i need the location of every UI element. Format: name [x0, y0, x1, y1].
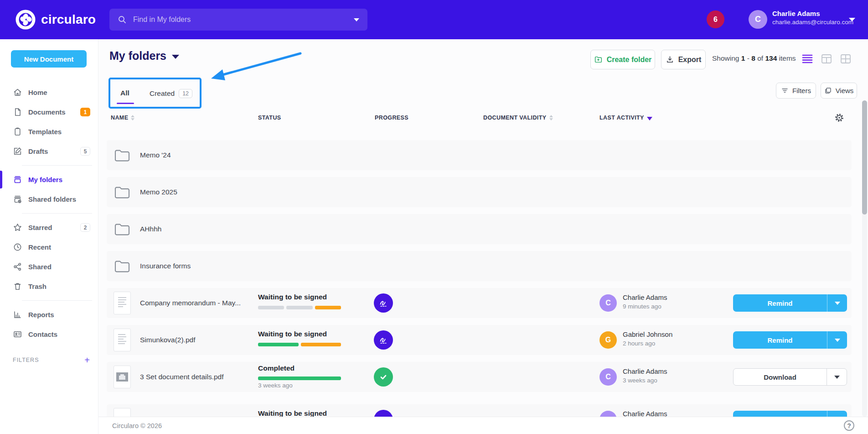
row-activity-time: 9 minutes ago — [623, 303, 667, 310]
tab-created[interactable]: Created 12 — [150, 89, 192, 98]
sidebar-item-contacts[interactable]: Contacts — [0, 324, 98, 344]
help-button[interactable]: ? — [844, 420, 854, 431]
sort-icon — [131, 115, 134, 120]
column-header-document-validity[interactable]: DOCUMENT VALIDITY — [483, 115, 553, 121]
folder-icon — [114, 260, 130, 273]
row-user-name: Gabriel Johnson — [623, 330, 672, 338]
remind-split-button: Remind — [733, 331, 847, 349]
user-name: Charlie Adams — [772, 10, 853, 17]
sidebar-item-label: Trash — [28, 282, 46, 290]
download-icon — [666, 55, 674, 64]
folder-title-dropdown-caret-icon[interactable] — [172, 55, 179, 59]
download-button[interactable]: Download — [734, 369, 827, 385]
row-status: Waiting to be signed — [258, 293, 327, 301]
sidebar-item-recent[interactable]: Recent — [0, 237, 98, 257]
sidebar-item-shared[interactable]: Shared — [0, 257, 98, 277]
sidebar-item-reports[interactable]: Reports — [0, 305, 98, 324]
filters-button[interactable]: Filters — [776, 83, 816, 99]
sidebar-item-home[interactable]: Home — [0, 83, 98, 102]
filters-button-label: Filters — [792, 87, 811, 94]
create-folder-button[interactable]: Create folder — [590, 50, 655, 69]
search-input[interactable] — [133, 16, 354, 24]
table-row[interactable]: Company memorandum - May... Waiting to b… — [107, 288, 852, 318]
my-folders-icon — [13, 175, 22, 184]
sidebar-item-label: Home — [28, 89, 47, 96]
sidebar-item-shared-folders[interactable]: Shared folders — [0, 189, 98, 209]
table-view-button[interactable] — [821, 53, 832, 65]
footer: Circularo © 2026 ? — [98, 417, 868, 434]
user-menu-caret-icon[interactable] — [849, 18, 855, 21]
scrollbar-track — [862, 100, 867, 417]
home-icon — [13, 88, 22, 97]
sidebar-item-label: Documents — [28, 108, 66, 116]
column-header-name[interactable]: NAME — [111, 115, 134, 121]
new-document-button[interactable]: New Document — [11, 50, 87, 68]
action-dropdown-caret[interactable] — [827, 294, 847, 312]
action-dropdown-caret[interactable] — [827, 331, 847, 349]
sidebar-item-label: Reports — [28, 311, 54, 319]
row-user-info: Gabriel Johnson 2 hours ago — [623, 330, 672, 347]
notification-badge[interactable]: 6 — [707, 10, 724, 28]
row-activity-time: 3 weeks ago — [623, 377, 667, 384]
user-email: charlie.adams@circularo.com — [772, 19, 853, 26]
tab-created-label: Created — [150, 89, 175, 98]
drafts-count-badge: 5 — [80, 147, 90, 156]
remind-button[interactable]: Remind — [733, 294, 827, 312]
sidebar-item-my-folders[interactable]: My folders — [0, 170, 98, 189]
sidebar-item-label: My folders — [28, 176, 62, 183]
sidebar-item-drafts[interactable]: Drafts 5 — [0, 141, 98, 161]
signature-badge-icon — [374, 330, 393, 350]
tab-all[interactable]: All — [120, 89, 129, 97]
row-name: Company memorandum - May... — [140, 288, 241, 318]
scrollbar-thumb[interactable] — [862, 100, 867, 214]
column-settings-gear-icon[interactable] — [834, 113, 844, 123]
column-header-status: STATUS — [258, 115, 281, 121]
row-name: Insurance forms — [140, 251, 191, 281]
views-button[interactable]: Views — [821, 83, 857, 99]
sidebar-item-label: Starred — [28, 224, 52, 231]
table-row[interactable]: Memo 2025 — [107, 177, 852, 207]
brand-logo[interactable]: circularo — [16, 10, 96, 30]
export-label: Export — [678, 56, 702, 64]
sidebar-item-starred[interactable]: Starred 2 — [0, 218, 98, 237]
sidebar-item-documents[interactable]: Documents 1 — [0, 102, 98, 122]
documents-count-badge: 1 — [80, 108, 90, 116]
table-row[interactable]: Simunkova(2).pdf Waiting to be signed G … — [107, 325, 852, 355]
filter-icon — [781, 87, 789, 94]
list-view-button[interactable] — [801, 53, 813, 65]
table-row[interactable]: Insurance forms — [107, 251, 852, 281]
row-status: Completed — [258, 364, 294, 372]
remind-button[interactable]: Remind — [733, 331, 827, 349]
add-filter-button[interactable]: + — [84, 356, 90, 365]
sidebar-item-templates[interactable]: Templates — [0, 122, 98, 141]
grid-view-button[interactable] — [840, 53, 852, 65]
sidebar-divider — [22, 213, 92, 214]
row-user-avatar: G — [599, 331, 617, 349]
sidebar-nav: Home Documents 1 Templates Drafts — [0, 83, 98, 344]
row-name: 3 Set document details.pdf — [140, 362, 224, 392]
app-window: circularo 6 C Charlie Adams charlie.adam… — [0, 0, 868, 434]
sidebar-item-trash[interactable]: Trash — [0, 277, 98, 296]
progress-bar — [258, 306, 341, 309]
trash-icon — [13, 282, 22, 291]
user-avatar[interactable]: C — [749, 10, 767, 29]
progress-bar — [258, 376, 341, 380]
document-thumbnail — [114, 292, 131, 314]
row-name: AHhhh — [140, 214, 161, 244]
sort-desc-icon — [647, 117, 652, 120]
reports-icon — [13, 310, 22, 319]
column-header-last-activity[interactable]: LAST ACTIVITY — [599, 115, 652, 121]
table-row[interactable]: AHhhh — [107, 214, 852, 244]
folder-plus-icon — [594, 55, 603, 64]
action-dropdown-caret[interactable] — [827, 369, 847, 385]
search-scope-caret-icon[interactable] — [354, 18, 359, 21]
table-row[interactable]: Memo '24 — [107, 140, 852, 170]
export-button[interactable]: Export — [661, 50, 706, 69]
views-button-label: Views — [836, 87, 854, 94]
sidebar-item-label: Templates — [28, 128, 62, 136]
circularo-logo-icon — [16, 10, 36, 30]
table-header: NAME STATUS PROGRESS DOCUMENT VALIDITY L… — [107, 113, 852, 125]
page-title-wrap: My folders — [109, 49, 179, 63]
table-row[interactable]: 3 Set document details.pdf Completed 3 w… — [107, 362, 852, 392]
check-badge-icon — [374, 367, 393, 387]
